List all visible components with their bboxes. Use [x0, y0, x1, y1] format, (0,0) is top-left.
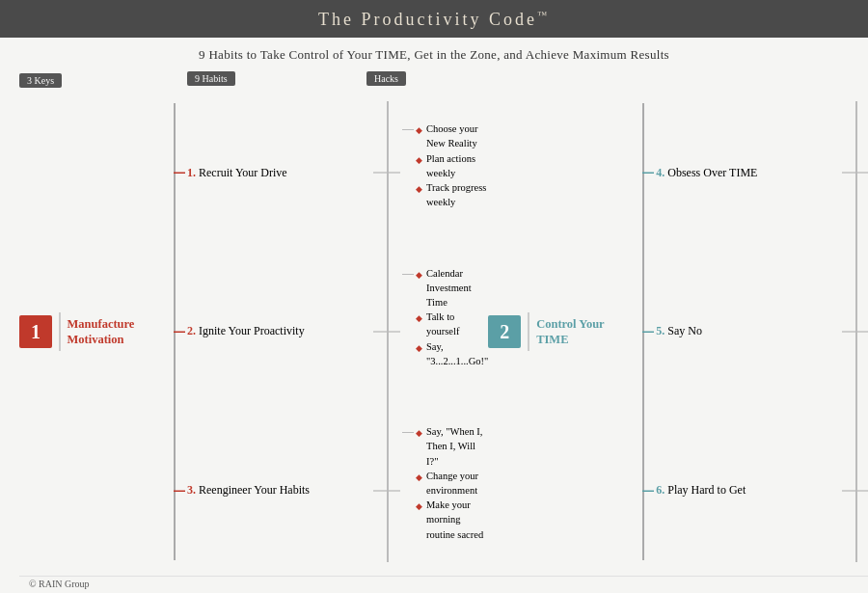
hack-item-1-1: ◆Plan actions weekly: [416, 151, 488, 180]
hacks-bracket-2: [855, 101, 857, 562]
habit-1-2: 2.Ignite Your Proactivity: [174, 324, 371, 338]
habit-text-1-3: Reengineer Your Habits: [199, 483, 310, 498]
key-col-2: 2 Control Your TIME: [488, 94, 642, 570]
hack-dot-1-7: ◆: [416, 472, 422, 484]
hack-dot-1-6: ◆: [416, 427, 422, 440]
hack-dot-1-3: ◆: [416, 269, 422, 282]
hack-text-1-5: Say, "3...2...1...Go!": [426, 339, 488, 368]
hacks-col-1: ◆Choose your New Reality◆Plan actions we…: [371, 94, 488, 570]
keys-header-area: 3 Keys: [0, 70, 868, 88]
habit-left-tick-1-3: [174, 490, 185, 491]
hack-text-1-4: Talk to yourself: [426, 310, 488, 338]
hack-item-1-3: ◆Calendar Investment Time: [416, 266, 488, 310]
key-number-1: 1: [19, 315, 52, 348]
hack-text-1-7: Change your environment: [426, 469, 488, 498]
hack-dot-1-4: ◆: [416, 312, 422, 325]
hack-item-1-5: ◆Say, "3...2...1...Go!": [416, 339, 488, 368]
main-grid: 1 Manufacture Motivation 1.Recruit Your …: [0, 88, 868, 577]
hacks-bracket-1: [387, 101, 389, 562]
habit-num-1-3: 3.: [187, 483, 196, 498]
hack-text-1-0: Choose your New Reality: [426, 121, 488, 150]
page-header: The Productivity Code™: [0, 0, 868, 38]
hack-subgroup-tick-1-1: [402, 129, 414, 130]
hack-item-1-0: ◆Choose your New Reality: [416, 121, 488, 150]
habit-1-1: 1.Recruit Your Drive: [174, 166, 371, 180]
hack-text-1-8: Make your morning routine sacred: [426, 498, 488, 542]
hack-text-1-1: Plan actions weekly: [426, 151, 488, 180]
habit-left-tick-2-1: [642, 173, 654, 174]
habit-2-3: 6.Play Hard to Get: [642, 483, 840, 498]
page-subtitle: 9 Habits to Take Control of Your TIME, G…: [0, 38, 868, 68]
hack-dot-1-2: ◆: [416, 183, 422, 196]
hacks-col-2: ◆Take T, Increase I, Minimize M, Elimina…: [840, 94, 868, 570]
habit-text-2-3: Play Hard to Get: [667, 483, 746, 498]
habit-2-1: 4.Obsess Over TIME: [642, 166, 840, 180]
key-vline-1: [59, 312, 61, 351]
habit-num-1-2: 2.: [187, 324, 196, 338]
habit-num-2-1: 4.: [656, 166, 665, 180]
hack-subgroup-tick-1-3: [402, 432, 414, 433]
key-col-1: 1 Manufacture Motivation: [19, 94, 174, 570]
habit-num-1-1: 1.: [187, 166, 196, 180]
habit-text-1-2: Ignite Your Proactivity: [199, 324, 305, 338]
footer: © RAIN Group: [0, 577, 868, 593]
key-box-1: 1 Manufacture Motivation: [19, 312, 164, 351]
habit-text-1-1: Recruit Your Drive: [199, 166, 287, 180]
habit-2-2: 5.Say No: [642, 324, 840, 338]
habit-left-tick-2-2: [642, 331, 654, 332]
habit-text-2-1: Obsess Over TIME: [667, 166, 757, 180]
habit-text-2-2: Say No: [667, 324, 702, 338]
habits-col-1: 1.Recruit Your Drive2.Ignite Your Proact…: [174, 94, 371, 570]
hack-item-1-4: ◆Talk to yourself: [416, 310, 488, 338]
habit-left-tick-1-1: [174, 173, 185, 174]
hack-text-1-3: Calendar Investment Time: [426, 266, 488, 310]
hack-dot-1-0: ◆: [416, 124, 422, 137]
key-label-1: Manufacture Motivation: [68, 316, 164, 348]
key-label-2: Control Your TIME: [536, 316, 633, 348]
habit-num-2-2: 5.: [656, 324, 665, 338]
key-vline-2: [528, 312, 529, 351]
habit-1-3: 3.Reengineer Your Habits: [174, 483, 371, 498]
hack-text-1-2: Track progress weekly: [426, 180, 488, 209]
section-2: 2 Control Your TIME 4.Obsess Over TIME5.…: [488, 88, 868, 577]
hack-subgroup-1-2: ◆Calendar Investment Time◆Talk to yourse…: [402, 266, 488, 369]
habit-left-tick-2-3: [642, 490, 654, 491]
keys-col-header: 3 Keys: [19, 73, 62, 88]
hack-item-1-8: ◆Make your morning routine sacred: [416, 498, 488, 542]
trademark: ™: [537, 10, 550, 20]
hack-dot-1-5: ◆: [416, 342, 422, 355]
hack-item-1-7: ◆Change your environment: [416, 469, 488, 498]
key-box-2: 2 Control Your TIME: [488, 312, 633, 351]
hack-subgroup-1-3: ◆Say, "When I, Then I, Will I?"◆Change y…: [402, 424, 488, 542]
hack-subgroup-1-1: ◆Choose your New Reality◆Plan actions we…: [402, 121, 488, 209]
habits-col-2: 4.Obsess Over TIME5.Say No6.Play Hard to…: [642, 94, 840, 570]
footer-text: © RAIN Group: [29, 579, 90, 589]
hack-dot-1-8: ◆: [416, 500, 422, 513]
key-number-2: 2: [488, 315, 521, 348]
hack-text-1-6: Say, "When I, Then I, Will I?": [426, 424, 488, 469]
hack-item-1-6: ◆Say, "When I, Then I, Will I?": [416, 424, 488, 469]
section-1: 1 Manufacture Motivation 1.Recruit Your …: [19, 88, 488, 577]
hack-dot-1-1: ◆: [416, 154, 422, 167]
hack-item-1-2: ◆Track progress weekly: [416, 180, 488, 209]
hacks-inner-2: ◆Take T, Increase I, Minimize M, Elimina…: [840, 94, 868, 570]
header-title: The Productivity Code: [318, 10, 537, 29]
hacks-inner-1: ◆Choose your New Reality◆Plan actions we…: [371, 94, 488, 570]
hack-subgroup-tick-1-2: [402, 274, 414, 275]
habit-num-2-3: 6.: [656, 483, 665, 498]
habit-left-tick-1-2: [174, 331, 185, 332]
